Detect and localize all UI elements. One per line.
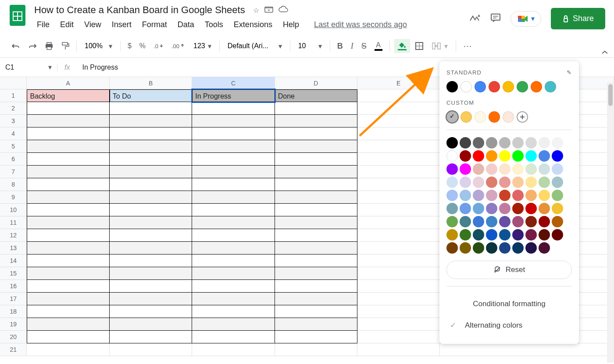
color-swatch[interactable] [489, 111, 500, 123]
cell[interactable] [357, 318, 440, 331]
borders-button[interactable] [413, 39, 426, 53]
color-swatch[interactable] [446, 163, 458, 175]
color-swatch[interactable] [512, 229, 524, 240]
cell[interactable] [275, 331, 357, 343]
cell[interactable] [275, 318, 357, 331]
cell[interactable] [192, 280, 275, 293]
color-swatch[interactable] [552, 137, 563, 148]
color-swatch[interactable] [460, 203, 471, 214]
color-swatch[interactable] [460, 163, 471, 175]
cloud-icon[interactable] [278, 6, 288, 14]
cell[interactable] [110, 178, 192, 191]
cell[interactable] [110, 267, 192, 280]
cell[interactable] [27, 267, 109, 280]
color-swatch[interactable] [499, 203, 510, 214]
cell[interactable] [27, 102, 109, 115]
color-swatch[interactable] [499, 216, 510, 227]
cell[interactable] [110, 191, 192, 204]
color-swatch[interactable] [539, 229, 550, 240]
color-swatch[interactable] [552, 216, 563, 227]
select-all-corner[interactable] [0, 77, 27, 89]
cell[interactable] [357, 89, 440, 102]
color-swatch[interactable] [512, 216, 524, 227]
text-color-button[interactable]: A [372, 39, 385, 53]
color-swatch[interactable] [539, 190, 550, 201]
cell[interactable] [110, 242, 192, 254]
color-swatch[interactable] [486, 177, 497, 188]
last-edit-link[interactable]: Last edit was seconds ago [314, 20, 407, 29]
color-swatch[interactable] [460, 242, 471, 254]
cell[interactable]: Backlog [27, 89, 109, 102]
cell[interactable]: To Do [110, 89, 192, 102]
color-swatch[interactable] [539, 203, 550, 214]
color-swatch[interactable] [552, 163, 563, 175]
cell[interactable] [192, 267, 275, 280]
color-swatch[interactable] [531, 81, 542, 92]
color-swatch[interactable] [486, 216, 497, 227]
menu-extensions[interactable]: Extensions [229, 18, 277, 31]
color-swatch[interactable] [539, 137, 550, 148]
font-select[interactable]: Default (Ari...▾ [224, 40, 286, 52]
cell[interactable] [27, 115, 109, 127]
undo-icon[interactable] [9, 40, 23, 52]
cell[interactable] [357, 216, 440, 229]
row-header[interactable]: 4 [0, 127, 27, 140]
cell[interactable] [27, 305, 109, 318]
cell[interactable] [27, 293, 109, 305]
cell[interactable] [357, 343, 440, 356]
row-header[interactable]: 8 [0, 178, 27, 191]
color-swatch[interactable] [446, 81, 458, 92]
color-swatch[interactable] [460, 216, 471, 227]
cell[interactable] [357, 102, 440, 115]
cell[interactable] [357, 242, 440, 254]
color-swatch[interactable] [473, 137, 484, 148]
cell[interactable] [192, 102, 275, 115]
color-swatch[interactable] [486, 190, 497, 201]
cell[interactable] [275, 115, 357, 127]
cell[interactable] [27, 318, 109, 331]
cell[interactable] [357, 204, 440, 216]
row-header[interactable]: 9 [0, 191, 27, 204]
cell[interactable] [27, 191, 109, 204]
color-swatch[interactable] [552, 177, 563, 188]
color-swatch[interactable] [486, 242, 497, 254]
row-header[interactable]: 11 [0, 216, 27, 229]
cell[interactable] [192, 343, 275, 356]
row-header[interactable]: 14 [0, 254, 27, 267]
font-size-select[interactable]: 10▾ [295, 40, 325, 52]
color-swatch[interactable] [486, 229, 497, 240]
color-swatch[interactable] [552, 229, 563, 240]
color-swatch[interactable] [446, 111, 458, 123]
color-swatch[interactable] [460, 111, 472, 123]
share-button[interactable]: Share [551, 8, 605, 29]
row-header[interactable]: 20 [0, 331, 27, 343]
cell[interactable] [357, 280, 440, 293]
activity-icon[interactable] [469, 14, 481, 24]
column-header[interactable]: B [110, 77, 192, 89]
color-swatch[interactable] [525, 203, 537, 214]
currency-button[interactable]: $ [125, 39, 134, 53]
row-header[interactable]: 18 [0, 305, 27, 318]
cell[interactable] [110, 229, 192, 242]
cell[interactable] [110, 127, 192, 140]
cell[interactable] [27, 280, 109, 293]
color-swatch[interactable] [460, 177, 471, 188]
cell[interactable] [27, 166, 109, 178]
row-header[interactable]: 16 [0, 280, 27, 293]
cell[interactable] [357, 293, 440, 305]
cell[interactable] [192, 318, 275, 331]
color-swatch[interactable] [539, 177, 550, 188]
cell[interactable] [275, 229, 357, 242]
row-header[interactable]: 17 [0, 293, 27, 305]
add-color-button[interactable] [517, 111, 528, 123]
color-swatch[interactable] [475, 81, 486, 92]
cell[interactable] [357, 191, 440, 204]
color-swatch[interactable] [512, 163, 524, 175]
color-swatch[interactable] [473, 163, 484, 175]
color-swatch[interactable] [552, 190, 563, 201]
cell[interactable] [27, 216, 109, 229]
cell[interactable] [275, 280, 357, 293]
cell[interactable] [110, 331, 192, 343]
color-swatch[interactable] [552, 203, 563, 214]
cell[interactable] [110, 102, 192, 115]
